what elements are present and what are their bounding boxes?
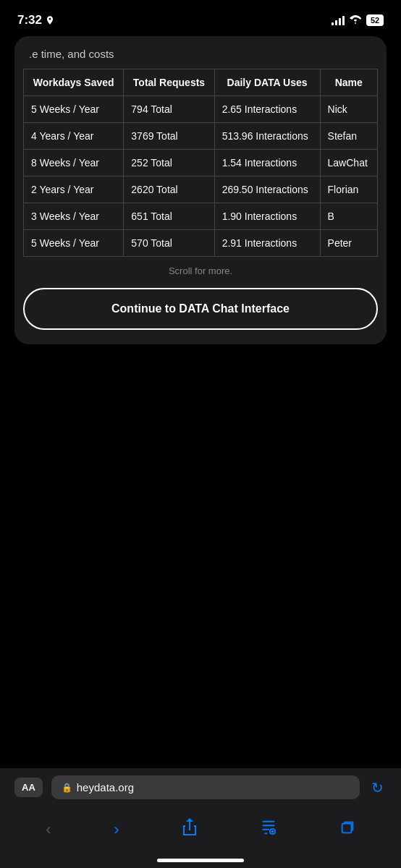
partial-text: .e time, and costs (14, 36, 387, 69)
cell-r2-c1: 252 Total (124, 150, 214, 176)
continue-button[interactable]: Continue to DATA Chat Interface (23, 288, 378, 330)
tabs-button[interactable] (331, 817, 364, 843)
location-icon (45, 15, 55, 25)
cell-r1-c2: 513.96 Interactions (214, 123, 320, 150)
url-bar-row: AA 🔒 heydata.org ↻ (14, 775, 387, 799)
status-icons: 52 (332, 14, 384, 27)
cell-r3-c1: 2620 Total (124, 176, 214, 203)
data-table: Workdays Saved Total Requests Daily DATA… (23, 69, 378, 257)
table-container: Workdays Saved Total Requests Daily DATA… (14, 69, 387, 257)
header-workdays: Workdays Saved (24, 69, 124, 96)
table-row: 5 Weeks / Year570 Total2.91 Interactions… (24, 230, 378, 257)
wifi-icon (349, 14, 362, 27)
reload-button[interactable]: ↻ (368, 776, 387, 799)
home-indicator (157, 859, 244, 862)
header-requests: Total Requests (124, 69, 214, 96)
share-button[interactable] (173, 815, 206, 844)
screen-content: .e time, and costs Workdays Saved Total … (14, 36, 387, 344)
cell-r0-c0: 5 Weeks / Year (24, 96, 124, 123)
lock-icon: 🔒 (62, 783, 72, 793)
url-bar[interactable]: 🔒 heydata.org (51, 775, 360, 799)
battery-indicator: 52 (366, 14, 384, 26)
cell-r4-c0: 3 Weeks / Year (24, 203, 124, 230)
header-name: Name (320, 69, 377, 96)
aa-button[interactable]: AA (14, 778, 43, 797)
status-bar: 7:32 52 (0, 0, 401, 36)
cell-r5-c2: 2.91 Interactions (214, 230, 320, 257)
cell-r5-c1: 570 Total (124, 230, 214, 257)
cell-r4-c1: 651 Total (124, 203, 214, 230)
cell-r1-c1: 3769 Total (124, 123, 214, 150)
table-row: 3 Weeks / Year651 Total1.90 Interactions… (24, 203, 378, 230)
cell-r5-c0: 5 Weeks / Year (24, 230, 124, 257)
cell-r2-c3: LawChat (320, 150, 377, 176)
cell-r5-c3: Peter (320, 230, 377, 257)
scroll-hint: Scroll for more. (14, 257, 387, 288)
continue-button-wrapper: Continue to DATA Chat Interface (14, 288, 387, 344)
cell-r2-c2: 1.54 Interactions (214, 150, 320, 176)
cell-r3-c3: Florian (320, 176, 377, 203)
svg-rect-1 (342, 824, 351, 833)
cell-r2-c0: 8 Weeks / Year (24, 150, 124, 176)
forward-button[interactable]: › (105, 817, 127, 842)
table-row: 5 Weeks / Year794 Total2.65 Interactions… (24, 96, 378, 123)
bookmarks-button[interactable] (252, 817, 285, 843)
cell-r3-c2: 269.50 Interactions (214, 176, 320, 203)
cell-r3-c0: 2 Years / Year (24, 176, 124, 203)
table-row: 2 Years / Year2620 Total269.50 Interacti… (24, 176, 378, 203)
browser-bar: AA 🔒 heydata.org ↻ ‹ › (0, 768, 401, 868)
cell-r1-c0: 4 Years / Year (24, 123, 124, 150)
browser-nav: ‹ › (14, 809, 387, 859)
cell-r1-c3: Stefan (320, 123, 377, 150)
cell-r0-c1: 794 Total (124, 96, 214, 123)
table-header-row: Workdays Saved Total Requests Daily DATA… (24, 69, 378, 96)
table-row: 4 Years / Year3769 Total513.96 Interacti… (24, 123, 378, 150)
url-text: heydata.org (77, 781, 134, 793)
cell-r0-c2: 2.65 Interactions (214, 96, 320, 123)
cell-r0-c3: Nick (320, 96, 377, 123)
table-row: 8 Weeks / Year252 Total1.54 Interactions… (24, 150, 378, 176)
signal-icon (332, 15, 345, 25)
time-display: 7:32 (17, 13, 42, 27)
cell-r4-c3: B (320, 203, 377, 230)
header-daily-uses: Daily DATA Uses (214, 69, 320, 96)
status-time: 7:32 (17, 13, 55, 27)
back-button[interactable]: ‹ (37, 817, 59, 842)
cell-r4-c2: 1.90 Interactions (214, 203, 320, 230)
